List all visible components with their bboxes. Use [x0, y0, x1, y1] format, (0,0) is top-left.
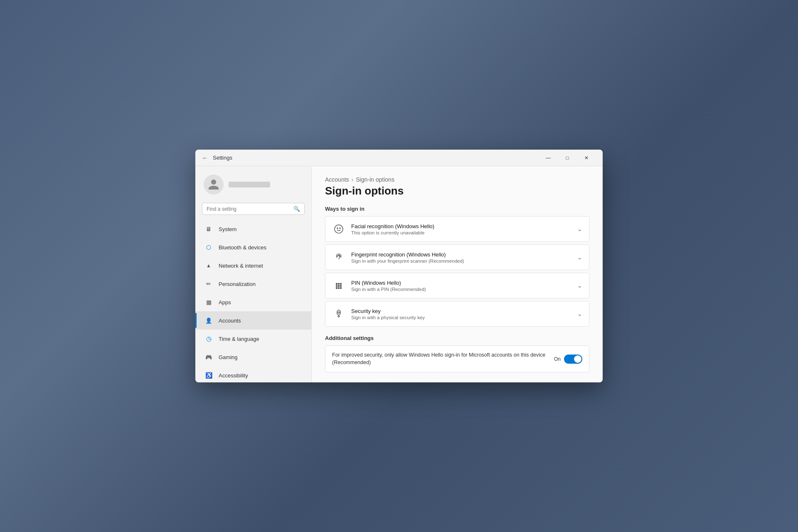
- page-title: Sign-in options: [325, 185, 589, 197]
- paint-icon: [204, 279, 214, 289]
- sidebar: 🔍 System Bluetooth & devices Network & i…: [195, 166, 312, 382]
- search-input[interactable]: [207, 206, 293, 212]
- ways-section-title: Ways to sign in: [325, 206, 589, 212]
- bluetooth-icon: [204, 242, 214, 252]
- apps-icon: [204, 297, 214, 307]
- toggle-label: On: [554, 356, 561, 362]
- user-name-placeholder: [229, 182, 270, 187]
- svg-point-13: [338, 312, 340, 313]
- sidebar-item-label: Personalization: [219, 281, 256, 287]
- avatar: [204, 175, 224, 195]
- toggle-thumb: [574, 355, 581, 363]
- svg-point-11: [340, 288, 342, 289]
- settings-window: ← Settings — □ ✕ 🔍: [195, 150, 603, 382]
- sign-in-options-list: Facial recognition (Windows Hello) This …: [325, 216, 589, 327]
- accessibility-icon: [204, 370, 214, 380]
- security-key-title: Security key: [351, 308, 577, 314]
- sidebar-item-bluetooth[interactable]: Bluetooth & devices: [195, 238, 311, 256]
- back-button[interactable]: ←: [202, 155, 208, 161]
- svg-point-2: [340, 228, 340, 229]
- security-key-option[interactable]: Security key Sign in with a physical sec…: [325, 301, 589, 327]
- sidebar-item-personalization[interactable]: Personalization: [195, 275, 311, 293]
- time-icon: [204, 334, 214, 344]
- accounts-icon: [204, 315, 214, 325]
- svg-point-9: [336, 288, 337, 289]
- toggle-area: On: [554, 355, 582, 364]
- pin-text: PIN (Windows Hello) Sign in with a PIN (…: [351, 280, 577, 292]
- fingerprint-subtitle: Sign in with your fingerprint scanner (R…: [351, 259, 577, 264]
- fingerprint-icon: [332, 251, 345, 264]
- security-key-subtitle: Sign in with a physical security key: [351, 315, 577, 320]
- chevron-down-icon: ⌄: [577, 226, 582, 232]
- facial-subtitle: This option is currently unavailable: [351, 230, 577, 235]
- maximize-button[interactable]: □: [558, 151, 577, 165]
- breadcrumb-separator: ›: [352, 176, 354, 183]
- breadcrumb-parent[interactable]: Accounts: [325, 176, 349, 183]
- gaming-icon: [204, 352, 214, 362]
- window-body: 🔍 System Bluetooth & devices Network & i…: [195, 166, 603, 382]
- search-icon: 🔍: [293, 206, 300, 212]
- system-icon: [204, 224, 214, 234]
- sidebar-item-label: Accounts: [219, 318, 241, 324]
- sidebar-item-system[interactable]: System: [195, 220, 311, 238]
- additional-section-title: Additional settings: [325, 335, 589, 341]
- svg-point-3: [336, 283, 337, 285]
- minimize-button[interactable]: —: [539, 151, 558, 165]
- close-button[interactable]: ✕: [577, 151, 596, 165]
- pin-option[interactable]: PIN (Windows Hello) Sign in with a PIN (…: [325, 273, 589, 298]
- window-controls: — □ ✕: [539, 151, 596, 165]
- breadcrumb-current: Sign-in options: [356, 176, 394, 183]
- svg-point-10: [338, 288, 340, 289]
- sidebar-item-label: Bluetooth & devices: [219, 244, 266, 251]
- chevron-down-icon: ⌄: [577, 310, 582, 317]
- fingerprint-option[interactable]: Fingerprint recognition (Windows Hello) …: [325, 244, 589, 270]
- sidebar-item-label: Gaming: [219, 354, 238, 360]
- sidebar-item-accessibility[interactable]: Accessibility: [195, 366, 311, 382]
- sidebar-item-network[interactable]: Network & internet: [195, 256, 311, 275]
- chevron-down-icon: ⌄: [577, 282, 582, 289]
- sidebar-item-label: System: [219, 226, 236, 232]
- user-icon: [207, 178, 220, 191]
- additional-setting-text: For improved security, only allow Window…: [332, 352, 554, 366]
- svg-point-4: [338, 283, 340, 285]
- breadcrumb: Accounts › Sign-in options: [325, 176, 589, 183]
- facial-title: Facial recognition (Windows Hello): [351, 223, 577, 229]
- pin-icon: [332, 279, 345, 292]
- security-key-icon: [332, 307, 345, 320]
- sidebar-item-time[interactable]: Time & language: [195, 330, 311, 348]
- search-box[interactable]: 🔍: [202, 203, 305, 215]
- pin-subtitle: Sign in with a PIN (Recommended): [351, 287, 577, 292]
- svg-point-6: [336, 286, 337, 287]
- sidebar-item-label: Network & internet: [219, 263, 263, 269]
- fingerprint-title: Fingerprint recognition (Windows Hello): [351, 251, 577, 258]
- window-title: Settings: [213, 155, 232, 161]
- security-key-text: Security key Sign in with a physical sec…: [351, 308, 577, 320]
- facial-recognition-option[interactable]: Facial recognition (Windows Hello) This …: [325, 216, 589, 242]
- facial-icon: [332, 222, 345, 236]
- sidebar-item-accounts[interactable]: Accounts: [195, 311, 311, 330]
- wifi-icon: [204, 261, 214, 271]
- additional-setting-card: For improved security, only allow Window…: [325, 345, 589, 372]
- svg-point-7: [338, 286, 340, 287]
- sidebar-item-label: Time & language: [219, 336, 259, 342]
- fingerprint-text: Fingerprint recognition (Windows Hello) …: [351, 251, 577, 264]
- user-section: [195, 170, 311, 200]
- svg-point-1: [337, 228, 338, 229]
- svg-point-0: [335, 225, 343, 233]
- windows-hello-toggle[interactable]: [564, 355, 582, 364]
- facial-text: Facial recognition (Windows Hello) This …: [351, 223, 577, 235]
- svg-point-5: [340, 283, 342, 285]
- sidebar-item-apps[interactable]: Apps: [195, 293, 311, 311]
- svg-rect-12: [337, 310, 340, 315]
- svg-point-8: [340, 286, 342, 287]
- main-content: Accounts › Sign-in options Sign-in optio…: [312, 166, 603, 382]
- title-bar: ← Settings — □ ✕: [195, 150, 603, 166]
- chevron-down-icon: ⌄: [577, 254, 582, 261]
- sidebar-item-gaming[interactable]: Gaming: [195, 348, 311, 366]
- sidebar-item-label: Apps: [219, 299, 231, 305]
- sidebar-item-label: Accessibility: [219, 372, 248, 379]
- pin-title: PIN (Windows Hello): [351, 280, 577, 286]
